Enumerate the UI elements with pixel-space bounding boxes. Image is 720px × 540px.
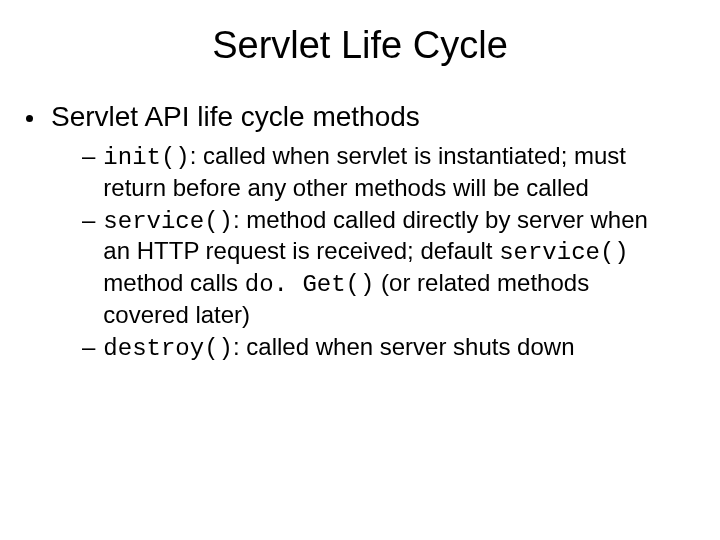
- list-item-content: service(): method called directly by ser…: [103, 205, 672, 330]
- list-item: – init(): called when servlet is instant…: [82, 141, 672, 203]
- code-doget: do. Get(): [245, 271, 375, 298]
- bullet-level-1: Servlet API life cycle methods: [20, 101, 700, 133]
- dash-icon: –: [82, 205, 95, 235]
- slide-body: Servlet API life cycle methods – init():…: [0, 67, 720, 363]
- text-segment: : called when server shuts down: [233, 333, 575, 360]
- dash-icon: –: [82, 332, 95, 362]
- code-service-2: service(): [499, 239, 629, 266]
- bullet-dot-icon: [26, 115, 33, 122]
- text-segment: method calls: [103, 269, 244, 296]
- dash-icon: –: [82, 141, 95, 171]
- list-item-content: init(): called when servlet is instantia…: [103, 141, 672, 203]
- code-destroy: destroy(): [103, 335, 233, 362]
- slide-title: Servlet Life Cycle: [0, 0, 720, 67]
- list-item-content: destroy(): called when server shuts down: [103, 332, 672, 364]
- code-service: service(): [103, 208, 233, 235]
- code-init: init(): [103, 144, 189, 171]
- list-item: – destroy(): called when server shuts do…: [82, 332, 672, 364]
- bullet-1-text: Servlet API life cycle methods: [51, 101, 420, 133]
- list-item: – service(): method called directly by s…: [82, 205, 672, 330]
- slide: Servlet Life Cycle Servlet API life cycl…: [0, 0, 720, 540]
- sub-bullet-list: – init(): called when servlet is instant…: [20, 141, 700, 363]
